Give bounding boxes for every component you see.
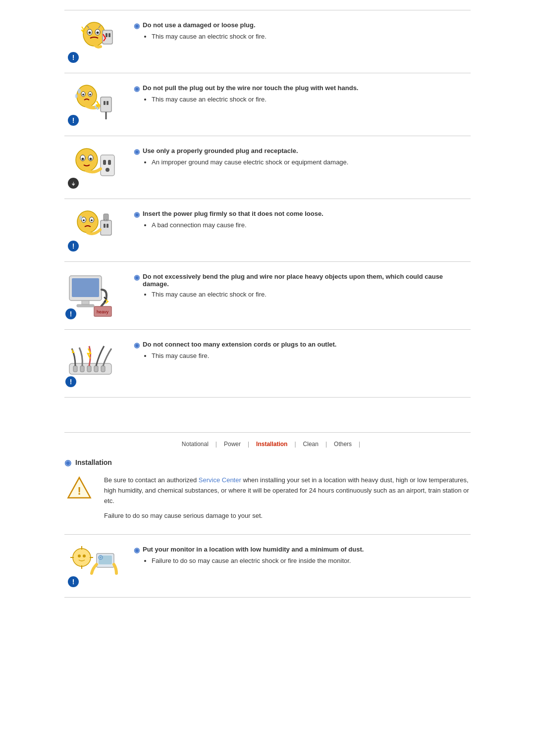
svg-point-10 xyxy=(82,94,84,96)
svg-point-33 xyxy=(91,219,93,221)
svg-point-34 xyxy=(79,216,82,220)
svg-rect-5 xyxy=(103,30,112,44)
svg-rect-49 xyxy=(87,366,91,372)
svg-rect-25 xyxy=(101,155,114,176)
safety-item-low-humidity: ! ◉ Put your monitor in a location with … xyxy=(64,534,471,598)
nav-separator-5: | xyxy=(359,441,360,448)
illus-grounded: ⏚ xyxy=(67,145,121,190)
icon-area-2: ! xyxy=(64,82,124,127)
illus-firm-plug: ! xyxy=(67,208,121,252)
svg-point-29 xyxy=(77,211,98,233)
svg-rect-6 xyxy=(106,33,107,37)
svg-point-31 xyxy=(83,219,85,221)
icon-area-6: ! xyxy=(64,339,124,388)
bullet-icon-3: ◉ xyxy=(134,148,140,155)
section-title-installation: Installation xyxy=(75,458,112,466)
svg-point-22 xyxy=(82,158,84,160)
safety-item-firm-plug: ! ◉ Insert the power plug firmly so that… xyxy=(64,199,471,262)
svg-rect-35 xyxy=(101,220,111,235)
svg-rect-7 xyxy=(108,33,110,37)
section-bullet-icon: ◉ xyxy=(64,458,71,467)
item-title-4: ◉ Insert the power plug firmly so that i… xyxy=(134,210,471,218)
content-area-4: ◉ Insert the power plug firmly so that i… xyxy=(134,208,471,229)
nav-item-others[interactable]: Others xyxy=(327,441,359,448)
svg-rect-26 xyxy=(103,160,106,165)
icon-area-4: ! xyxy=(64,208,124,252)
navigation-bar: Notational | Power | Installation | Clea… xyxy=(64,432,471,448)
warning-badge-4: ! xyxy=(68,241,79,252)
svg-rect-36 xyxy=(104,224,106,228)
nav-item-power[interactable]: Power xyxy=(217,441,248,448)
page-container: ! ◉ Do not use a damaged or loose plug. … xyxy=(45,0,490,607)
content-area-3: ◉ Use only a properly grounded plug and … xyxy=(134,145,471,166)
bullet-icon-2: ◉ xyxy=(134,85,140,93)
illus-low-humidity: ! xyxy=(67,544,121,588)
content-area-1: ◉ Do not use a damaged or loose plug. Th… xyxy=(134,19,471,40)
illus-extension: ! xyxy=(64,339,124,388)
warning-badge-6: ! xyxy=(65,376,76,387)
nav-item-clean[interactable]: Clean xyxy=(296,441,325,448)
svg-point-12 xyxy=(89,94,91,96)
svg-rect-16 xyxy=(104,101,106,105)
svg-point-64 xyxy=(100,557,102,558)
item-bullets-2: This may cause an electric shock or fire… xyxy=(144,96,471,103)
svg-rect-48 xyxy=(80,366,84,372)
svg-point-18 xyxy=(95,105,97,108)
content-area-2: ◉ Do not pull the plug out by the wire n… xyxy=(134,82,471,103)
svg-text:heavy: heavy xyxy=(97,309,109,314)
illus-damaged-plug: ! xyxy=(67,19,121,64)
warning-block-installation: ! Be sure to contact an authorized Servi… xyxy=(64,475,471,526)
svg-point-60 xyxy=(83,554,86,557)
nav-item-notational[interactable]: Notational xyxy=(175,441,215,448)
item-bullets-4: A bad connection may cause fire. xyxy=(144,221,471,229)
svg-rect-37 xyxy=(107,224,108,228)
illus-wet-hands: ! xyxy=(67,82,121,127)
item-bullets-1: This may cause an electric shock or fire… xyxy=(144,33,471,40)
warning-badge-5: ! xyxy=(65,308,76,319)
illus-bend-wire: heavy ! xyxy=(64,271,124,320)
svg-point-8 xyxy=(77,85,97,107)
section-header-installation: ◉ Installation xyxy=(64,457,471,467)
bullet-icon-1: ◉ xyxy=(134,22,140,30)
installation-section: ◉ Installation ! Be sure to contact an a… xyxy=(64,457,471,598)
item-bullets-3: An improper ground may cause electric sh… xyxy=(144,158,471,166)
safety-item-grounded: ⏚ ◉ Use only a properly grounded plug an… xyxy=(64,136,471,199)
safety-item-wet-hands: ! ◉ Do not pull the plug out by the wire… xyxy=(64,73,471,136)
svg-point-20 xyxy=(76,149,98,171)
svg-rect-51 xyxy=(101,366,105,372)
nav-item-installation[interactable]: Installation xyxy=(249,441,294,448)
svg-rect-50 xyxy=(94,366,98,372)
item-title-install-1: ◉ Put your monitor in a location with lo… xyxy=(134,546,471,554)
item-bullets-5: This may cause an electric shock or fire… xyxy=(144,291,471,298)
service-center-link[interactable]: Service Center xyxy=(199,476,241,484)
safety-item-extension: ! ◉ Do not connect too many extension co… xyxy=(64,330,471,398)
svg-text:!: ! xyxy=(77,485,81,497)
warning-badge-2: ! xyxy=(68,115,79,126)
svg-rect-27 xyxy=(108,160,111,165)
warning-badge-3: ⏚ xyxy=(68,178,79,189)
bullet-icon-4: ◉ xyxy=(134,210,140,218)
svg-point-4 xyxy=(97,32,99,34)
svg-point-54 xyxy=(73,549,91,566)
bullet-icon-6: ◉ xyxy=(134,341,140,349)
content-area-5: ◉ Do not excessively bend the plug and w… xyxy=(134,271,471,298)
item-title-1: ◉ Do not use a damaged or loose plug. xyxy=(134,21,471,30)
svg-rect-41 xyxy=(72,278,99,297)
safety-items-list: ! ◉ Do not use a damaged or loose plug. … xyxy=(64,10,471,398)
warning-triangle-icon: ! xyxy=(67,475,92,500)
icon-area-1: ! xyxy=(64,19,124,64)
svg-point-14 xyxy=(75,94,78,98)
svg-rect-47 xyxy=(73,366,77,372)
svg-rect-43 xyxy=(77,304,94,307)
warning-icon-area: ! xyxy=(64,475,94,500)
content-area-install-1: ◉ Put your monitor in a location with lo… xyxy=(134,544,471,564)
content-area-6: ◉ Do not connect too many extension cord… xyxy=(134,339,471,359)
warning-content: Be sure to contact an authorized Service… xyxy=(104,475,471,521)
spacer xyxy=(64,398,471,417)
item-title-3: ◉ Use only a properly grounded plug and … xyxy=(134,147,471,155)
icon-area-5: heavy ! xyxy=(64,271,124,320)
svg-rect-17 xyxy=(107,101,108,105)
svg-point-13 xyxy=(78,89,81,94)
svg-point-28 xyxy=(106,168,109,172)
item-title-6: ◉ Do not connect too many extension cord… xyxy=(134,341,471,349)
